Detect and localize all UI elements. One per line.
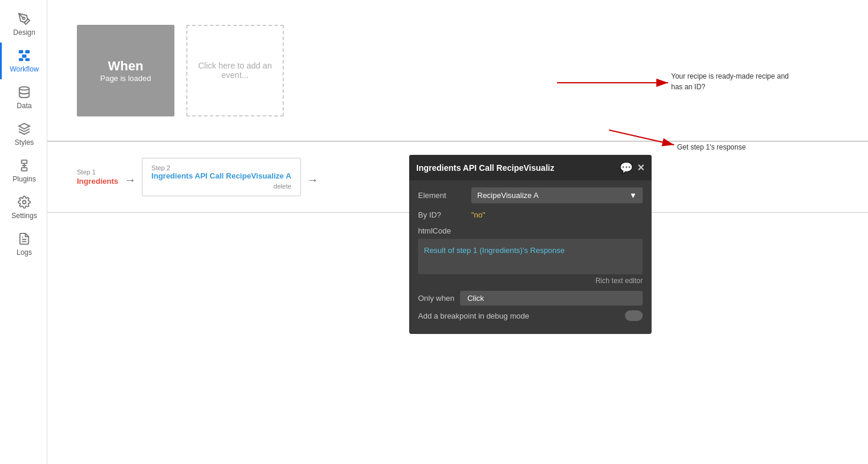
plugins-icon bbox=[17, 158, 31, 173]
sidebar-label-styles: Styles bbox=[15, 138, 34, 147]
rich-text-label[interactable]: Rich text editor bbox=[418, 277, 643, 285]
sidebar-item-logs[interactable]: Logs bbox=[0, 226, 47, 262]
step1-box: Step 1 Ingredients bbox=[77, 168, 118, 186]
debug-toggle[interactable] bbox=[625, 310, 643, 321]
html-code-section: htmlCode Result of step 1 (Ingredients)'… bbox=[418, 226, 643, 285]
element-row: Element RecipeVisualize A ▼ bbox=[418, 187, 643, 203]
when-title: When bbox=[108, 59, 144, 74]
html-code-label: htmlCode bbox=[418, 226, 643, 235]
debug-label: Add a breakpoint in debug mode bbox=[418, 312, 619, 320]
step2-label: Step 2 bbox=[151, 164, 291, 171]
svg-point-6 bbox=[20, 87, 30, 90]
annotation-1-text: Your recipe is ready-made recipe and has… bbox=[671, 72, 789, 91]
svg-point-11 bbox=[22, 200, 26, 204]
svg-rect-3 bbox=[22, 54, 26, 58]
sidebar-label-workflow: Workflow bbox=[9, 65, 38, 73]
svg-rect-5 bbox=[25, 59, 30, 61]
html-code-box[interactable]: Result of step 1 (Ingredients)'s Respons… bbox=[418, 239, 643, 274]
sidebar-item-workflow[interactable]: Workflow bbox=[0, 43, 47, 79]
debug-row: Add a breakpoint in debug mode bbox=[418, 310, 643, 321]
logs-icon bbox=[17, 232, 31, 246]
sidebar-label-logs: Logs bbox=[17, 248, 32, 257]
element-value-container[interactable]: RecipeVisualize A ▼ bbox=[471, 187, 643, 203]
arrow-step1-step2: → bbox=[124, 167, 136, 187]
element-select-chevron: ▼ bbox=[629, 191, 637, 200]
sidebar-item-data[interactable]: Data bbox=[0, 79, 47, 116]
when-subtitle: Page is loaded bbox=[100, 74, 151, 83]
svg-rect-8 bbox=[21, 168, 27, 171]
step1-label: Step 1 bbox=[77, 168, 118, 176]
sidebar-item-styles[interactable]: Styles bbox=[0, 116, 47, 152]
add-event-block[interactable]: Click here to add an event... bbox=[186, 25, 284, 116]
annotation-2: Get step 1's response bbox=[677, 142, 746, 152]
sidebar-item-design[interactable]: Design bbox=[0, 6, 47, 43]
only-when-value[interactable]: Click bbox=[460, 291, 643, 306]
step2-delete[interactable]: delete bbox=[151, 183, 291, 190]
step1-name: Ingredients bbox=[77, 177, 118, 186]
arrow-step2-modal: → bbox=[307, 167, 319, 187]
when-block: When Page is loaded bbox=[77, 25, 174, 116]
settings-icon bbox=[17, 195, 31, 209]
svg-rect-4 bbox=[19, 59, 23, 61]
close-icon[interactable]: × bbox=[637, 161, 644, 174]
modal-header: Ingredients API Call RecipeVisualiz 💬 × bbox=[409, 155, 652, 180]
annotation-2-text: Get step 1's response bbox=[677, 143, 746, 151]
styles-icon bbox=[17, 122, 31, 136]
step2-card[interactable]: Step 2 Ingredients API Call RecipeVisual… bbox=[142, 158, 300, 196]
step2-name: Ingredients API Call RecipeVisualize A bbox=[151, 171, 291, 180]
by-id-label: By ID? bbox=[418, 210, 465, 219]
svg-rect-1 bbox=[19, 50, 23, 54]
data-icon bbox=[17, 85, 31, 99]
only-when-label: Only when bbox=[418, 294, 454, 303]
html-code-value: Result of step 1 (Ingredients)'s Respons… bbox=[424, 246, 565, 255]
workflow-icon bbox=[17, 48, 31, 63]
sidebar-label-design: Design bbox=[13, 28, 35, 37]
only-when-row: Only when Click bbox=[418, 291, 643, 306]
modal-body: Element RecipeVisualize A ▼ By ID? "no" … bbox=[409, 180, 652, 328]
sidebar-label-settings: Settings bbox=[11, 212, 37, 220]
design-icon bbox=[17, 12, 31, 26]
by-id-value[interactable]: "no" bbox=[471, 210, 485, 219]
by-id-row: By ID? "no" bbox=[418, 210, 643, 219]
modal-actions: 💬 × bbox=[620, 161, 644, 174]
element-select-value: RecipeVisualize A bbox=[477, 191, 539, 200]
svg-rect-2 bbox=[25, 50, 30, 54]
element-label: Element bbox=[418, 191, 465, 200]
sidebar: Design Workflow Data Styles bbox=[0, 0, 47, 464]
sidebar-label-data: Data bbox=[17, 102, 31, 110]
sidebar-item-plugins[interactable]: Plugins bbox=[0, 152, 47, 189]
canvas-area: When Page is loaded Click here to add an… bbox=[47, 0, 868, 464]
element-select[interactable]: RecipeVisualize A ▼ bbox=[471, 187, 643, 203]
add-event-label: Click here to add an event... bbox=[193, 61, 277, 80]
svg-point-0 bbox=[22, 17, 25, 20]
sidebar-item-settings[interactable]: Settings bbox=[0, 189, 47, 226]
svg-rect-7 bbox=[21, 160, 27, 164]
comment-icon[interactable]: 💬 bbox=[620, 161, 633, 174]
sidebar-label-plugins: Plugins bbox=[12, 175, 35, 183]
modal-panel: Ingredients API Call RecipeVisualiz 💬 × … bbox=[409, 155, 652, 334]
annotation-1: Your recipe is ready-made recipe and has… bbox=[671, 71, 789, 92]
modal-title: Ingredients API Call RecipeVisualiz bbox=[416, 163, 554, 173]
